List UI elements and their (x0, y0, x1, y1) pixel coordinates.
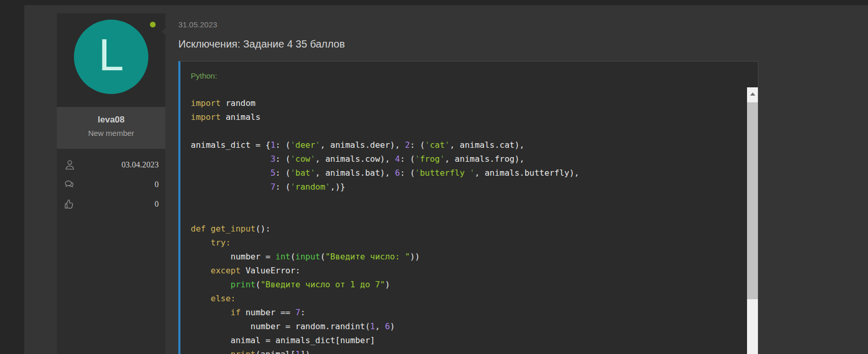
user-title: New member (57, 129, 165, 137)
code-content: import randomimport animalsanimals_dict … (180, 87, 758, 354)
user-stat-row: 0 (64, 197, 159, 211)
code-line (191, 208, 758, 222)
scrollbar-thumb[interactable] (747, 102, 758, 299)
user-icon (64, 159, 76, 171)
code-line: number = random.randint(1, 6) (191, 319, 758, 333)
code-body: import randomimport animalsanimals_dict … (180, 87, 758, 354)
online-status-dot (150, 22, 156, 27)
code-block: Python: import randomimport animalsanima… (178, 61, 758, 354)
post-date[interactable]: 31.05.2023 (178, 20, 217, 29)
code-line: import random (191, 96, 758, 110)
post-user-cell: L leva08 New member 03.04.2023 (57, 13, 165, 354)
code-line: 7: ('random',)} (191, 180, 758, 194)
post-container: L leva08 New member 03.04.2023 (24, 5, 868, 354)
likes-icon (64, 198, 76, 210)
post-title: Исключения: Задание 4 35 баллов (178, 38, 345, 50)
scrollbar-up-button[interactable] (747, 87, 758, 101)
messages-icon (64, 178, 76, 191)
avatar-box: L (57, 13, 165, 107)
code-line (191, 194, 758, 208)
user-stat-row: 0 (64, 177, 159, 192)
username-link[interactable]: leva08 (57, 115, 165, 125)
code-line: print(animal[1]) (191, 347, 758, 354)
user-title-bar: leva08 New member (57, 107, 165, 149)
code-line: if number == 7: (191, 305, 758, 319)
scroll-up-icon (750, 93, 755, 96)
stat-value-joined: 03.04.2023 (121, 160, 159, 170)
code-line: else: (191, 291, 758, 305)
avatar-letter: L (99, 32, 124, 78)
stat-value-likes: 0 (155, 199, 159, 209)
code-scrollbar[interactable] (747, 87, 758, 354)
code-line (191, 124, 758, 138)
code-line: import animals (191, 110, 758, 124)
code-language-label: Python: (180, 61, 758, 80)
forum-post-page: L leva08 New member 03.04.2023 (0, 0, 868, 354)
code-line: animals_dict = {1: ('deer', animals.deer… (191, 138, 758, 152)
stat-value-messages: 0 (155, 180, 159, 189)
user-stat-row: 03.04.2023 (64, 158, 159, 172)
code-line: 5: ('bat', animals.bat), 6: ('butterfly … (191, 166, 758, 180)
code-line: animal = animals_dict[number] (191, 333, 758, 347)
code-line: except ValueError: (191, 264, 758, 278)
code-line: print("Введите число от 1 до 7") (191, 278, 758, 291)
code-line: def get_input(): (191, 222, 758, 236)
user-avatar[interactable]: L (74, 20, 148, 94)
code-line: number = int(input("Введите число: ")) (191, 250, 758, 264)
code-line: try: (191, 236, 758, 250)
user-stats-panel: 03.04.2023 0 0 (57, 149, 165, 354)
code-line: 3: ('cow', animals.cow), 4: ('frog', ani… (191, 152, 758, 166)
